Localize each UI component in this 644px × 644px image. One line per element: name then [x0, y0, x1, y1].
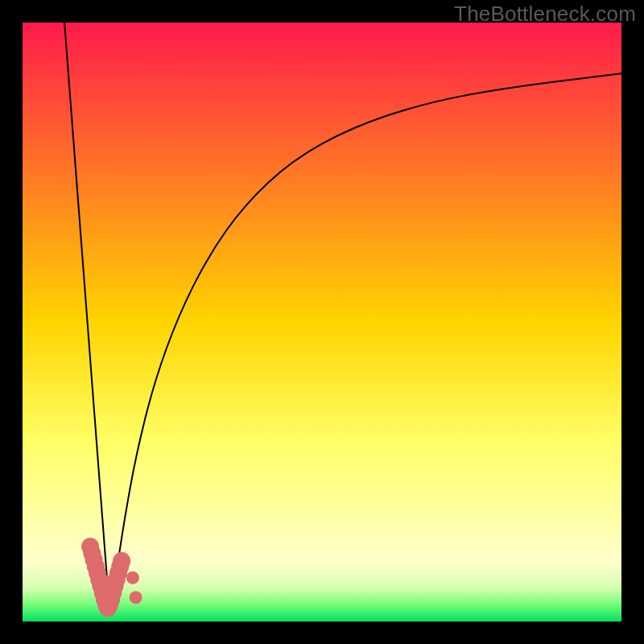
scatter-point	[113, 552, 130, 570]
scatter-point	[126, 572, 139, 584]
chart-svg	[23, 23, 621, 621]
scatter-point	[130, 591, 142, 604]
chart-frame: TheBottleneck.com	[0, 0, 644, 644]
gradient-background	[23, 23, 621, 621]
plot-area	[23, 23, 621, 621]
